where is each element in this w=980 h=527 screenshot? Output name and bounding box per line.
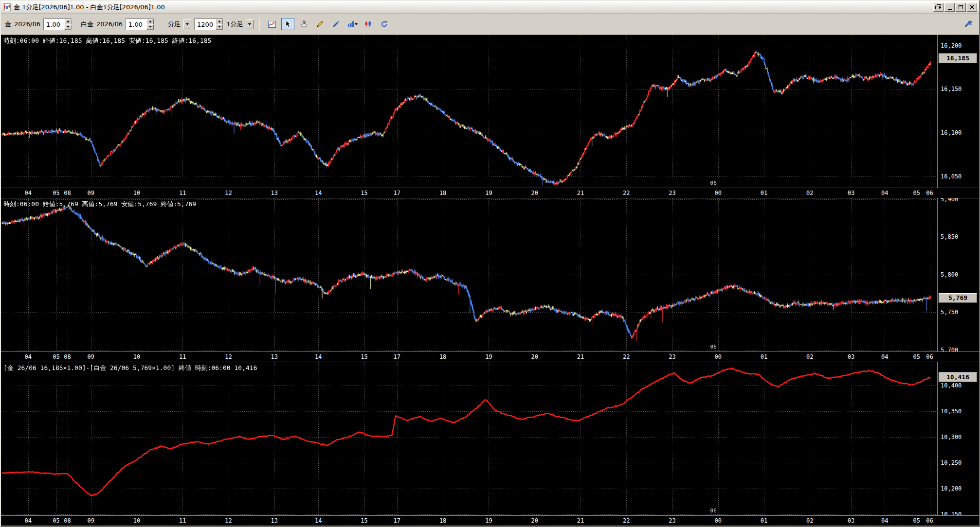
x-axis-label: 19	[485, 190, 492, 196]
pan-hand-button[interactable]	[297, 18, 310, 30]
x-axis-label: 14	[315, 353, 322, 360]
platinum-candlestick-canvas[interactable]	[1, 198, 937, 351]
arrow-up-icon	[67, 20, 70, 22]
platinum-multiplier-spinner[interactable]: 1.00	[126, 18, 154, 30]
x-axis-label: 05	[913, 517, 920, 524]
platinum-panel: 時刻:06:00 始値:5,769 高値:5,769 安値:5,769 終値:5…	[1, 198, 979, 362]
x-axis-label: 13	[271, 190, 278, 196]
chart-area: 時刻:06:00 始値:16,185 高値:16,185 安値:16,185 終…	[1, 35, 979, 526]
x-axis-label: 04	[881, 190, 888, 196]
y-axis-label: 16,100	[941, 129, 962, 136]
gold-multiplier-down-button[interactable]	[64, 24, 72, 30]
spread-chart-plot[interactable]: [金 26/06 16,185×1.00]-[白金 26/06 5,769×1.…	[1, 362, 937, 515]
toolbar-separator	[259, 18, 260, 31]
settings-button[interactable]	[962, 18, 975, 30]
platinum-price-axis: 5,9005,8505,8005,7505,7005,769	[937, 198, 979, 351]
gold-multiplier-up-button[interactable]	[64, 19, 72, 24]
gold-multiplier-spinner[interactable]: 1.00	[43, 18, 72, 30]
candle-style-button[interactable]	[362, 18, 375, 30]
spread-panel: [金 26/06 16,185×1.00]-[白金 26/06 5,769×1.…	[1, 362, 979, 526]
y-axis-label: 5,700	[941, 347, 958, 351]
y-axis-label: 5,800	[941, 271, 958, 278]
window-controls	[933, 3, 977, 12]
gold-ohlc-readout: 時刻:06:00 始値:16,185 高値:16,185 安値:16,185 終…	[3, 36, 211, 45]
x-axis-label: 17	[394, 517, 400, 524]
platinum-symbol-label: 白金	[81, 20, 93, 29]
platinum-multiplier-value[interactable]: 1.00	[126, 19, 146, 30]
draw-pencil-icon	[316, 20, 324, 28]
chart-window-button[interactable]	[265, 18, 278, 30]
x-axis-label: 20	[531, 517, 538, 524]
spread-line-canvas[interactable]	[1, 362, 937, 515]
gold-multiplier-value[interactable]: 1.00	[44, 19, 64, 30]
timeframe-dropdown-button[interactable]	[246, 19, 254, 29]
timeframe-label[interactable]: 1分足	[226, 20, 243, 29]
platinum-month-label[interactable]: 2026/06	[96, 20, 123, 28]
x-axis-label: 05	[913, 353, 920, 360]
brush-icon	[332, 20, 340, 28]
y-axis-label: 16,200	[941, 42, 962, 49]
refresh-button[interactable]	[378, 18, 391, 30]
arrow-down-icon	[218, 26, 221, 28]
x-axis-label: 23	[669, 353, 675, 360]
settings-wrench-icon	[964, 20, 973, 29]
gold-panel: 時刻:06:00 始値:16,185 高値:16,185 安値:16,185 終…	[1, 35, 979, 198]
y-axis-label: 10,200	[941, 485, 962, 492]
x-axis-label: 18	[439, 517, 446, 524]
chart-window-icon	[268, 20, 276, 29]
interval-dropdown-button[interactable]	[183, 19, 191, 29]
bar-count-up-button[interactable]	[216, 19, 223, 24]
x-axis-label: 10	[133, 353, 140, 360]
x-axis-label: 12	[225, 517, 232, 524]
arrow-up-icon	[218, 20, 221, 22]
current-price-box: 10,416	[939, 372, 977, 382]
date-boundary-label: 06	[710, 344, 717, 350]
platinum-chart-plot[interactable]: 時刻:06:00 始値:5,769 高値:5,769 安値:5,769 終値:5…	[1, 198, 937, 351]
y-axis-label: 5,900	[941, 198, 958, 203]
select-cursor-button[interactable]	[281, 18, 294, 30]
x-axis-label: 17	[394, 353, 400, 360]
x-axis-label: 14	[315, 190, 322, 196]
popout-icon	[935, 4, 942, 10]
x-axis-label: 23	[669, 517, 675, 524]
interval-type-label[interactable]: 分足	[168, 20, 181, 29]
platinum-multiplier-down-button[interactable]	[146, 24, 154, 30]
current-price-box: 16,185	[939, 53, 977, 63]
x-axis-label: 00	[715, 517, 722, 524]
spread-time-axis: 0405080910111213141517181920212223000102…	[1, 515, 979, 526]
x-axis-label: 10	[133, 190, 140, 196]
x-axis-label: 05	[53, 517, 59, 524]
gold-chart-plot[interactable]: 時刻:06:00 始値:16,185 高値:16,185 安値:16,185 終…	[1, 35, 937, 188]
y-axis-label: 5,750	[941, 309, 958, 316]
minimize-button[interactable]	[944, 3, 955, 12]
current-price-box: 5,769	[939, 293, 977, 303]
x-axis-label: 08	[64, 517, 71, 524]
indicator-dropdown-button[interactable]	[345, 18, 359, 30]
x-axis-label: 21	[577, 190, 584, 196]
arrow-up-icon	[149, 20, 152, 22]
bar-count-down-button[interactable]	[216, 24, 223, 30]
titlebar[interactable]: 金 1分足[2026/06]1.00 - 白金1分足[2026/06]1.00	[1, 1, 979, 14]
app-icon	[3, 3, 11, 11]
x-axis-label: 02	[806, 190, 813, 196]
x-axis-label: 06	[926, 353, 933, 360]
close-button[interactable]	[967, 3, 977, 12]
x-axis-label: 02	[806, 517, 813, 524]
x-axis-label: 18	[439, 353, 446, 360]
x-axis-label: 05	[913, 190, 920, 196]
x-axis-label: 04	[881, 353, 888, 360]
platinum-multiplier-up-button[interactable]	[146, 19, 154, 24]
maximize-button[interactable]	[956, 3, 966, 12]
bar-count-value[interactable]: 1200	[195, 19, 216, 30]
brush-button[interactable]	[329, 18, 343, 30]
x-axis-label: 22	[623, 190, 630, 196]
popout-window-button[interactable]	[933, 3, 944, 12]
draw-line-button[interactable]	[313, 18, 327, 30]
platinum-ohlc-readout: 時刻:06:00 始値:5,769 高値:5,769 安値:5,769 終値:5…	[3, 200, 196, 209]
gold-candlestick-canvas[interactable]	[1, 35, 937, 188]
x-axis-label: 11	[179, 190, 186, 196]
x-axis-label: 23	[669, 190, 675, 196]
x-axis-label: 01	[761, 517, 767, 524]
gold-month-label[interactable]: 2026/06	[14, 20, 40, 28]
bar-count-spinner[interactable]: 1200	[194, 18, 223, 30]
